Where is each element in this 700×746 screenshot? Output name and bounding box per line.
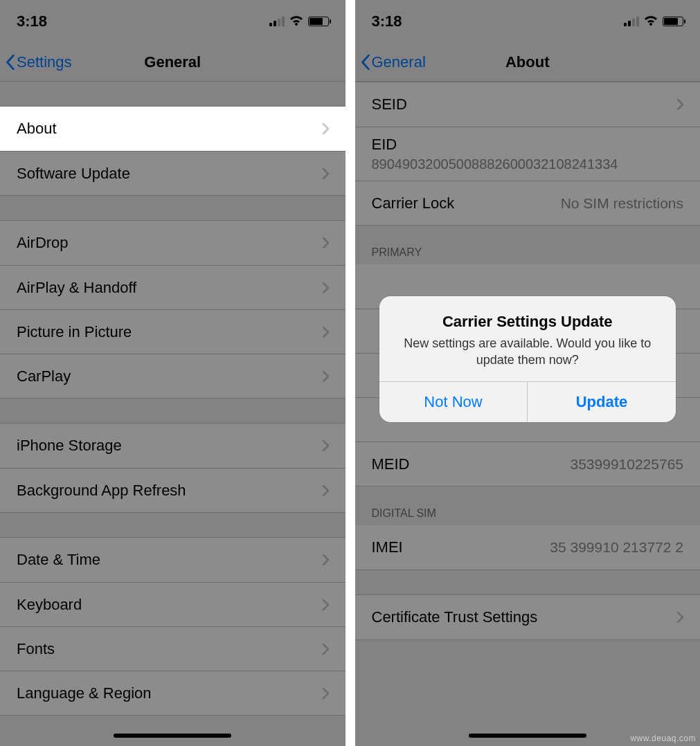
chevron-right-icon [322,688,329,699]
row-value: No SIM restrictions [561,195,683,212]
modal-not-now-button[interactable]: Not Now [379,382,528,422]
wifi-icon [289,15,304,28]
status-bar: 3:18 [355,0,701,43]
chevron-right-icon [322,327,329,338]
navbar: Settings General [0,43,345,82]
row-label: AirPlay & Handoff [17,279,136,297]
home-indicator [469,734,586,738]
section-digital-sim: DIGITAL SIM [355,486,701,525]
row-label: Date & Time [17,551,100,569]
row-label: IMEI [372,538,403,556]
status-icons [269,15,329,28]
chevron-right-icon [322,554,329,565]
group-spacer [0,399,345,424]
row-about[interactable]: About [0,107,345,151]
back-button-settings[interactable]: Settings [6,53,72,71]
row-label: Keyboard [17,596,82,614]
row-label: Software Update [17,165,130,183]
back-label: General [372,53,426,71]
chevron-right-icon [322,371,329,382]
row-label: Certificate Trust Settings [372,608,538,626]
row-certificate-trust[interactable]: Certificate Trust Settings [355,595,701,639]
chevron-right-icon [322,485,329,496]
modal-title: Carrier Settings Update [393,313,662,331]
page-title: General [144,53,201,71]
chevron-right-icon [322,168,329,179]
row-software-update[interactable]: Software Update [0,151,345,195]
row-label: AirDrop [17,234,69,252]
row-imei[interactable]: IMEI 35 399910 213772 2 [355,525,701,570]
chevron-right-icon [322,237,329,248]
chevron-right-icon [322,599,329,610]
group-spacer [0,196,345,221]
chevron-right-icon [322,440,329,451]
home-indicator [114,734,231,738]
chevron-right-icon [676,612,683,623]
phone-about: 3:18 General About SEID EID 890490320050… [355,0,701,746]
modal-message: New settings are available. Would you li… [393,335,662,369]
row-label: iPhone Storage [17,437,122,455]
chevron-right-icon [322,123,329,134]
status-icons [624,15,683,28]
row-language-region[interactable]: Language & Region [0,671,345,715]
row-keyboard[interactable]: Keyboard [0,582,345,626]
status-time: 3:18 [372,12,402,30]
chevron-right-icon [322,644,329,655]
back-label: Settings [17,53,72,71]
row-label: CarPlay [17,367,71,385]
modal-update-button[interactable]: Update [527,382,676,422]
cellular-signal-icon [269,17,285,26]
row-label: About [17,120,57,138]
carrier-update-modal: Carrier Settings Update New settings are… [379,296,676,422]
row-value: 89049032005008882600032108241334 [372,156,618,172]
row-airdrop[interactable]: AirDrop [0,221,345,265]
row-airplay-handoff[interactable]: AirPlay & Handoff [0,265,345,309]
wifi-icon [643,15,658,28]
row-seid[interactable]: SEID [355,82,701,127]
row-value: 35399910225765 [570,456,683,473]
group-spacer [0,82,345,107]
row-carrier-lock[interactable]: Carrier Lock No SIM restrictions [355,181,701,225]
group-spacer [355,570,701,595]
watermark: www.deuaq.com [630,734,696,743]
row-date-time[interactable]: Date & Time [0,538,345,582]
row-picture-in-picture[interactable]: Picture in Picture [0,309,345,354]
row-label: Fonts [17,640,55,658]
page-title: About [505,53,550,71]
phone-general: 3:18 Settings General About Software Upd… [0,0,345,746]
row-label: Language & Region [17,684,152,702]
row-carplay[interactable]: CarPlay [0,354,345,398]
row-meid[interactable]: MEID 35399910225765 [355,442,701,486]
chevron-right-icon [676,99,683,110]
section-primary: PRIMARY [355,226,701,264]
row-label: EID [372,136,397,154]
row-label: Carrier Lock [372,194,455,212]
group-spacer [0,513,345,538]
row-fonts[interactable]: Fonts [0,626,345,671]
back-button-general[interactable]: General [361,53,426,71]
navbar: General About [355,43,701,82]
chevron-left-icon [361,55,370,70]
row-eid[interactable]: EID 89049032005008882600032108241334 [355,127,701,181]
row-label: Picture in Picture [17,323,132,341]
row-label: SEID [372,95,407,113]
row-iphone-storage[interactable]: iPhone Storage [0,424,345,468]
row-label: Background App Refresh [17,482,186,500]
row-value: 35 399910 213772 2 [550,539,683,556]
battery-icon [308,17,329,26]
chevron-left-icon [6,55,15,70]
status-time: 3:18 [17,12,47,30]
cellular-signal-icon [624,17,639,26]
chevron-right-icon [322,282,329,293]
battery-icon [663,17,683,26]
row-label: MEID [372,455,410,473]
status-bar: 3:18 [0,0,345,43]
row-background-app-refresh[interactable]: Background App Refresh [0,468,345,512]
